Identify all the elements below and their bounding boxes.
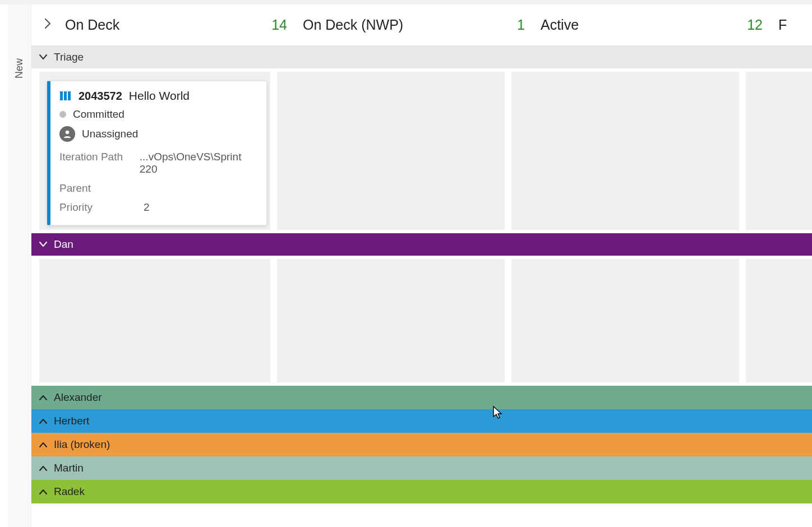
chevron-down-icon — [38, 239, 48, 249]
chevron-right-icon[interactable] — [43, 18, 52, 33]
work-item-title: Hello World — [129, 89, 190, 103]
chevron-down-icon — [38, 52, 48, 62]
dropzone-triage-active[interactable] — [511, 72, 739, 230]
dropzone-triage-partial[interactable] — [746, 72, 812, 230]
swimlane-body-triage: 2043572 Hello World Committed Unassigned — [31, 68, 812, 233]
expand-cell — [31, 18, 64, 33]
dropzone-dan-active[interactable] — [511, 259, 739, 382]
top-strip — [0, 0, 812, 4]
swimlane-header-triage[interactable]: Triage — [31, 46, 812, 68]
person-icon — [59, 126, 75, 142]
field-priority: Priority 2 — [59, 198, 256, 217]
column-header-ondeck-nwp[interactable]: On Deck (NWP) 1 — [302, 17, 539, 33]
swimlane-header-ilia[interactable]: Ilia (broken) — [31, 433, 812, 456]
swimlane-label: Ilia (broken) — [54, 438, 110, 451]
chevron-up-icon — [38, 416, 48, 426]
swimlane-header-herbert[interactable]: Herbert — [31, 409, 812, 433]
work-item-id: 2043572 — [79, 90, 122, 103]
dropzone-dan-ondeck-nwp[interactable] — [277, 259, 505, 382]
svg-rect-0 — [60, 91, 63, 100]
work-item-fields: Iteration Path ...vOps\OneVS\Sprint 220 … — [59, 147, 256, 217]
column-header-active[interactable]: Active 12 — [539, 17, 777, 33]
dropzone-dan-ondeck[interactable] — [39, 259, 270, 382]
chevron-up-icon — [38, 487, 48, 497]
swimlane-header-martin[interactable]: Martin — [31, 456, 812, 480]
board-main: On Deck 14 On Deck (NWP) 1 Active 12 F T — [31, 4, 812, 527]
column-headers: On Deck 14 On Deck (NWP) 1 Active 12 F — [31, 4, 812, 46]
board-scroll[interactable]: Triage 2043572 Hello World — [31, 46, 812, 527]
swimlane-label: Radek — [54, 486, 85, 498]
dropzone-triage-ondeck-nwp[interactable] — [277, 72, 505, 230]
gutter — [0, 4, 8, 527]
chevron-up-icon — [38, 392, 48, 403]
work-item-type-icon — [59, 90, 72, 101]
svg-point-3 — [66, 131, 69, 134]
column-title: On Deck — [65, 17, 119, 33]
state-dot-icon — [59, 111, 66, 118]
field-value: ...vOps\OneVS\Sprint 220 — [140, 151, 256, 175]
work-item-assignee: Unassigned — [82, 128, 138, 140]
field-iteration-path: Iteration Path ...vOps\OneVS\Sprint 220 — [59, 147, 256, 179]
column-title: On Deck (NWP) — [303, 17, 403, 33]
row-label-new: New — [13, 58, 25, 78]
swimlane-header-dan[interactable]: Dan — [31, 233, 812, 256]
swimlane-body-dan — [31, 256, 812, 386]
field-label: Iteration Path — [59, 151, 140, 175]
board-layout: New On Deck 14 On Deck (NWP) 1 Active 12 — [0, 4, 812, 527]
column-title: F — [778, 17, 787, 33]
swimlane-label: Triage — [54, 51, 84, 63]
swimlane-label: Alexander — [54, 391, 102, 404]
field-parent: Parent — [59, 179, 256, 198]
swimlane-label: Dan — [54, 238, 73, 251]
column-count: 14 — [271, 17, 287, 33]
chevron-up-icon — [38, 463, 48, 473]
column-header-partial[interactable]: F — [777, 17, 811, 33]
column-count: 1 — [517, 17, 525, 33]
dropzone-triage-ondeck[interactable]: 2043572 Hello World Committed Unassigned — [39, 72, 270, 230]
swimlane-header-alexander[interactable]: Alexander — [31, 386, 812, 409]
svg-rect-1 — [64, 91, 67, 100]
work-item-card[interactable]: 2043572 Hello World Committed Unassigned — [47, 81, 267, 225]
field-value: 2 — [144, 201, 150, 214]
chevron-up-icon — [38, 440, 48, 450]
work-item-state: Committed — [73, 108, 124, 121]
swimlane-label: Herbert — [54, 415, 89, 427]
field-label: Priority — [59, 201, 144, 214]
dropzone-dan-partial[interactable] — [746, 259, 812, 382]
column-title: Active — [541, 17, 579, 33]
svg-rect-2 — [68, 91, 71, 100]
column-header-ondeck[interactable]: On Deck 14 — [64, 17, 302, 33]
column-count: 12 — [747, 17, 763, 33]
field-label: Parent — [59, 182, 144, 195]
row-sidebar[interactable]: New — [8, 4, 31, 527]
swimlane-header-radek[interactable]: Radek — [31, 480, 812, 503]
swimlane-label: Martin — [54, 462, 84, 474]
